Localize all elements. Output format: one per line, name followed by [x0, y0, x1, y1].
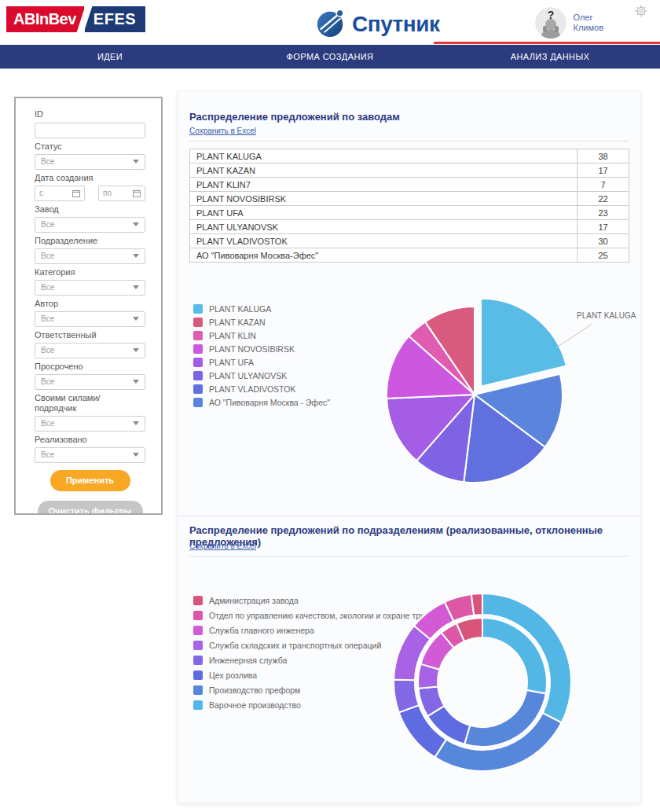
plants-pie-chart[interactable]: PLANT KALUGA: [358, 298, 641, 494]
table-row: PLANT VLADIVOSTOK 30: [190, 234, 629, 248]
filter-group-department: Подразделение Все: [35, 236, 145, 264]
legend-label: PLANT NOVOSIBIRSK: [209, 344, 295, 354]
legend-item[interactable]: PLANT VLADIVOSTOK: [193, 382, 330, 395]
legend-label: Инженерная служба: [209, 656, 287, 665]
legend-swatch: [193, 371, 203, 380]
legend-item[interactable]: PLANT UFA: [193, 355, 330, 369]
chevron-down-icon: [133, 160, 139, 164]
date-to-input[interactable]: по: [98, 186, 145, 201]
avatar: ?: [535, 7, 566, 39]
filters-panel: ID Статус Все Дата создания с по: [14, 97, 163, 515]
user-profile[interactable]: ? Олег Климов: [535, 7, 604, 39]
legend-swatch: [193, 700, 203, 710]
efes-logo-part: EFES: [85, 6, 145, 32]
filter-label-author: Автор: [35, 299, 145, 309]
legend-label: Цех розлива: [209, 671, 257, 680]
gear-icon[interactable]: [635, 5, 647, 17]
plant-select[interactable]: Все: [35, 217, 145, 233]
header: ABInBev EFES Спутник: [0, 0, 660, 45]
chevron-down-icon: [133, 453, 139, 457]
filter-group-responsible: Ответственный Все: [35, 330, 145, 358]
plant-value-cell: 17: [578, 220, 629, 234]
overdue-select[interactable]: Все: [35, 374, 145, 390]
legend-swatch: [193, 641, 203, 650]
legend-item[interactable]: PLANT ULYANOVSK: [193, 369, 330, 382]
status-select-value: Все: [41, 157, 54, 166]
date-from-placeholder: с: [39, 189, 43, 197]
nav-item-ideas[interactable]: ИДЕИ: [0, 45, 220, 68]
plant-name-cell: PLANT KAZAN: [190, 164, 578, 178]
abinbev-efes-logo: ABInBev EFES: [6, 6, 145, 32]
legend-item[interactable]: PLANT KAZAN: [193, 315, 330, 329]
author-select[interactable]: Все: [35, 311, 145, 327]
save-excel-link-departments[interactable]: Сохранить в Excel: [189, 542, 256, 550]
legend-swatch: [193, 685, 203, 695]
filter-label-implemented: Реализовано: [35, 435, 145, 445]
legend-swatch: [193, 656, 203, 665]
filter-group-creation-date: Дата создания с по: [35, 173, 145, 201]
nav-item-data-analysis[interactable]: АНАЛИЗ ДАННЫХ: [440, 45, 660, 68]
legend-swatch: [193, 358, 203, 367]
plant-name-cell: АО "Пивоварня Москва-Эфес": [190, 248, 578, 263]
own-forces-select-value: Все: [41, 419, 54, 428]
department-select[interactable]: Все: [35, 248, 145, 264]
nav-item-create-form[interactable]: ФОРМА СОЗДАНИЯ: [220, 45, 440, 68]
filter-group-own-forces: Своими силами/подрядчик Все: [35, 393, 145, 432]
legend-label: Администрация завода: [209, 596, 299, 605]
legend-label: Служба складских и транспортных операций: [209, 641, 381, 650]
legend-swatch: [193, 671, 203, 680]
calendar-icon: [72, 186, 80, 200]
filter-label-status: Статус: [35, 141, 145, 152]
table-row: PLANT KALUGA 38: [190, 149, 629, 164]
legend-item[interactable]: PLANT KLIN: [193, 329, 330, 342]
legend-label: Варочное производство: [209, 700, 301, 710]
chevron-down-icon: [133, 317, 139, 321]
table-row: PLANT NOVOSIBIRSK 22: [190, 192, 629, 206]
legend-swatch: [193, 384, 203, 394]
legend-label: PLANT ULYANOVSK: [209, 371, 287, 380]
user-first-name: Олег: [574, 13, 593, 22]
abinbev-logo-part: ABInBev: [6, 6, 84, 32]
plant-name-cell: PLANT KLIN7: [190, 178, 578, 192]
header-accent-line: [434, 42, 660, 44]
plant-value-cell: 38: [578, 149, 629, 164]
filter-label-creation-date: Дата создания: [35, 173, 145, 183]
legend-item[interactable]: АО "Пивоварня Москва - Эфес": [193, 395, 330, 409]
responsible-select[interactable]: Все: [35, 343, 145, 358]
id-input[interactable]: [35, 123, 145, 138]
filter-group-id: ID: [35, 109, 145, 138]
plants-table: PLANT KALUGA 38 PLANT KAZAN 17 PLANT KLI…: [189, 149, 629, 263]
chevron-down-icon: [133, 285, 139, 289]
legend-item[interactable]: PLANT NOVOSIBIRSK: [193, 342, 330, 355]
category-select[interactable]: Все: [35, 280, 145, 296]
category-select-value: Все: [41, 283, 54, 292]
plant-value-cell: 17: [578, 164, 629, 178]
chevron-down-icon: [133, 421, 139, 425]
filter-label-overdue: Просрочено: [35, 362, 145, 372]
legend-label: PLANT KALUGA: [209, 304, 271, 314]
filter-group-category: Категория Все: [35, 267, 145, 296]
plant-name-cell: PLANT KALUGA: [190, 149, 578, 164]
implemented-select[interactable]: Все: [35, 447, 145, 463]
legend-swatch: [193, 611, 203, 620]
plant-value-cell: 22: [578, 192, 629, 206]
legend-label: PLANT UFA: [209, 358, 254, 367]
legend-item[interactable]: PLANT KALUGA: [193, 302, 330, 315]
status-select[interactable]: Все: [35, 154, 145, 170]
legend-swatch: [193, 596, 203, 605]
filter-group-status: Статус Все: [35, 141, 145, 170]
own-forces-select[interactable]: Все: [35, 416, 145, 432]
legend-swatch: [193, 331, 203, 340]
filter-group-author: Автор Все: [35, 299, 145, 327]
section-title-plants: Распределение предложений по заводам: [189, 111, 400, 123]
table-row: PLANT KAZAN 17: [190, 164, 629, 178]
save-excel-link-plants[interactable]: Сохранить в Excel: [189, 127, 256, 135]
clear-filters-button[interactable]: Очистить фильтры: [38, 501, 143, 516]
date-from-input[interactable]: с: [35, 186, 85, 201]
legend-swatch: [193, 318, 203, 327]
filter-label-department: Подразделение: [35, 236, 145, 246]
sputnik-globe-icon: [316, 7, 346, 42]
departments-donut-chart[interactable]: [358, 589, 610, 777]
apply-button[interactable]: Применить: [50, 470, 130, 491]
legend-swatch: [193, 304, 203, 314]
